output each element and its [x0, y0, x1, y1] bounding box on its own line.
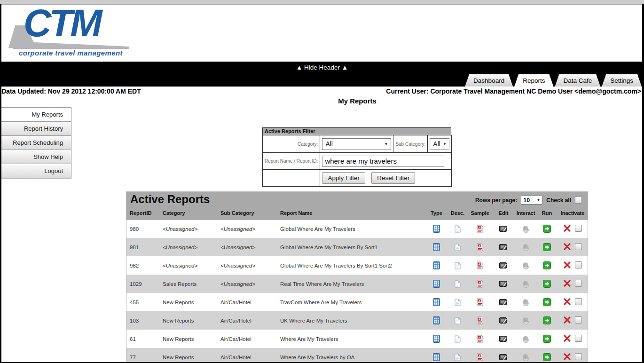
- run-arrow-icon[interactable]: [543, 225, 551, 233]
- sidebar-item-logout[interactable]: Logout: [0, 164, 71, 178]
- pdf-icon[interactable]: [477, 335, 483, 343]
- tab-dashboard[interactable]: Dashboard: [465, 74, 513, 87]
- column-header-reportid: ReportID: [126, 208, 159, 220]
- run-arrow-icon[interactable]: [543, 243, 551, 251]
- pdf-icon[interactable]: [477, 261, 483, 269]
- edit-notepad-icon[interactable]: [499, 335, 507, 342]
- pdf-icon[interactable]: [477, 225, 483, 233]
- chevron-down-icon: ▼: [384, 142, 388, 146]
- document-icon[interactable]: [455, 244, 461, 251]
- cell-report-id: 981: [126, 238, 159, 256]
- red-x-icon[interactable]: [563, 261, 571, 268]
- cell-category: New Reports: [159, 330, 217, 348]
- cell-edit: [492, 275, 515, 293]
- row-inactivate-checkbox[interactable]: [575, 353, 582, 360]
- apply-filter-button[interactable]: Apply Filter: [322, 172, 365, 184]
- hand-icon[interactable]: [522, 244, 529, 251]
- report-table-icon[interactable]: [433, 280, 440, 288]
- cell-type: [426, 220, 447, 238]
- hide-header-button[interactable]: ▲ Hide Header ▲: [0, 64, 644, 71]
- pdf-icon[interactable]: [477, 280, 483, 288]
- hand-icon[interactable]: [522, 354, 529, 361]
- cell-inactivate: [558, 256, 588, 275]
- cell-report-name: UK Where Are My Travelers: [277, 311, 426, 330]
- row-inactivate-checkbox[interactable]: [575, 280, 582, 287]
- report-name-input[interactable]: [322, 156, 444, 167]
- edit-notepad-icon[interactable]: [499, 299, 507, 306]
- tab-settings[interactable]: Settings: [602, 74, 642, 87]
- sidebar-item-report-history[interactable]: Report History: [0, 121, 71, 136]
- hand-icon[interactable]: [522, 225, 529, 233]
- category-select[interactable]: All ▼: [322, 138, 391, 150]
- tab-bar: DashboardReportsData CafeSettings: [465, 74, 642, 87]
- cell-report-id: 455: [126, 293, 159, 311]
- row-inactivate-checkbox[interactable]: [575, 335, 582, 342]
- document-icon[interactable]: [455, 299, 461, 306]
- sidebar-item-my-reports[interactable]: My Reports: [0, 107, 71, 122]
- row-inactivate-checkbox[interactable]: [575, 298, 582, 305]
- row-inactivate-checkbox[interactable]: [575, 225, 582, 232]
- report-table-icon[interactable]: [433, 335, 440, 343]
- reports-header: Active Reports Rows per page: 10 ▼ Check…: [126, 191, 588, 208]
- run-arrow-icon[interactable]: [543, 298, 551, 306]
- report-table-icon[interactable]: [433, 225, 440, 233]
- edit-notepad-icon[interactable]: [499, 280, 507, 287]
- run-arrow-icon[interactable]: [543, 353, 551, 361]
- pdf-icon[interactable]: [477, 316, 483, 324]
- document-icon[interactable]: [455, 262, 461, 269]
- hand-icon[interactable]: [522, 299, 529, 306]
- hand-icon[interactable]: [522, 335, 529, 343]
- row-inactivate-checkbox[interactable]: [575, 316, 582, 324]
- red-x-icon[interactable]: [563, 316, 571, 324]
- report-table-icon[interactable]: [433, 243, 440, 251]
- tab-data-cafe[interactable]: Data Cafe: [555, 74, 600, 87]
- document-icon[interactable]: [455, 335, 461, 343]
- tab-reports[interactable]: Reports: [514, 74, 553, 87]
- red-x-icon[interactable]: [563, 335, 571, 342]
- report-table-icon[interactable]: [433, 353, 440, 361]
- run-arrow-icon[interactable]: [543, 335, 551, 343]
- check-all-checkbox[interactable]: [575, 197, 582, 204]
- document-icon[interactable]: [455, 317, 461, 324]
- edit-notepad-icon[interactable]: [499, 317, 507, 324]
- run-arrow-icon[interactable]: [543, 316, 551, 324]
- hand-icon[interactable]: [522, 280, 529, 288]
- report-row: 103New ReportsAir/Car/HotelUK Where Are …: [126, 311, 588, 330]
- edit-notepad-icon[interactable]: [499, 225, 507, 232]
- report-table-icon[interactable]: [433, 261, 440, 269]
- edit-notepad-icon[interactable]: [499, 244, 507, 251]
- report-table-icon[interactable]: [433, 316, 440, 324]
- row-inactivate-checkbox[interactable]: [575, 261, 582, 268]
- pdf-icon[interactable]: [477, 353, 483, 361]
- hand-icon[interactable]: [522, 262, 529, 269]
- report-table-icon[interactable]: [433, 298, 440, 306]
- cell-edit: [492, 293, 515, 311]
- red-x-icon[interactable]: [563, 353, 571, 360]
- rows-per-page-select[interactable]: 10 ▼: [521, 196, 542, 205]
- cell-desc: [447, 238, 468, 256]
- document-icon[interactable]: [455, 225, 461, 233]
- cell-report-name: Global Where Are My Travelers By Sort1 S…: [277, 256, 426, 275]
- document-icon[interactable]: [455, 354, 461, 361]
- reset-filter-button[interactable]: Reset Filter: [371, 172, 415, 184]
- sidebar-item-report-scheduling[interactable]: Report Scheduling: [0, 135, 71, 150]
- data-updated-text: Data Updated: Nov 29 2012 12:00:00 AM ED…: [1, 87, 141, 95]
- edit-notepad-icon[interactable]: [499, 354, 507, 361]
- red-x-icon[interactable]: [563, 298, 571, 305]
- sub-category-select[interactable]: All ▼: [430, 138, 449, 150]
- run-arrow-icon[interactable]: [543, 280, 551, 288]
- pdf-icon[interactable]: [477, 243, 483, 251]
- edit-notepad-icon[interactable]: [499, 262, 507, 269]
- red-x-icon[interactable]: [563, 243, 571, 250]
- column-header-desc: Desc.: [447, 208, 468, 220]
- sidebar-item-show-help[interactable]: Show Help: [0, 150, 71, 164]
- document-icon[interactable]: [455, 280, 461, 288]
- hand-icon[interactable]: [522, 317, 529, 324]
- cell-sub-category: <Unassigned>: [217, 275, 277, 293]
- pdf-icon[interactable]: [477, 298, 483, 306]
- report-name-label: Report Name / Report ID:: [263, 153, 320, 170]
- run-arrow-icon[interactable]: [543, 261, 551, 269]
- red-x-icon[interactable]: [563, 225, 571, 232]
- row-inactivate-checkbox[interactable]: [575, 243, 582, 250]
- red-x-icon[interactable]: [563, 280, 571, 287]
